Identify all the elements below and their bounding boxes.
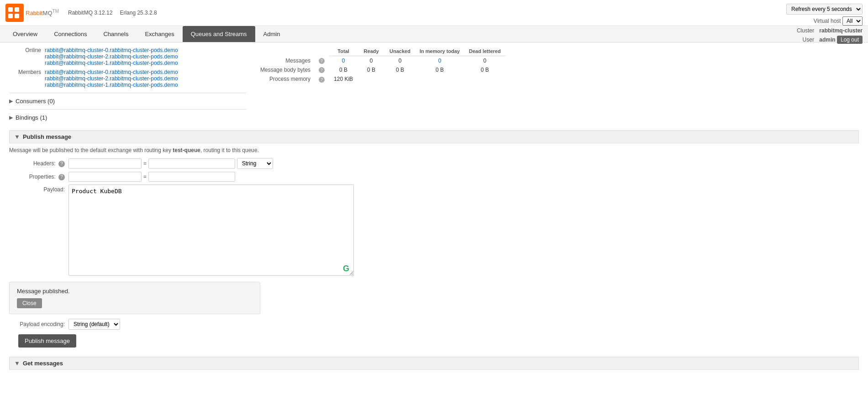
logo-text: RabbitMQTM	[26, 9, 59, 16]
cluster-info-section: Online rabbit@rabbitmq-cluster-0.rabbitm…	[9, 47, 247, 88]
consumers-label: Consumers (0)	[16, 98, 55, 105]
properties-equals: =	[143, 174, 147, 180]
properties-row: Properties: ? =	[9, 172, 859, 182]
payload-textarea[interactable]: Product KubeDB	[68, 184, 354, 276]
logo: RabbitMQTM	[5, 4, 59, 22]
online-nodes: rabbit@rabbitmq-cluster-0.rabbitmq-clust…	[45, 47, 178, 66]
online-node-0[interactable]: rabbit@rabbitmq-cluster-0.rabbitmq-clust…	[45, 47, 178, 53]
headers-row: Headers: ? = String Number Boolean	[9, 158, 859, 169]
left-column: Online rabbit@rabbitmq-cluster-0.rabbitm…	[9, 47, 247, 126]
headers-equals: =	[143, 160, 147, 167]
process-memory-value: 120 KiB	[329, 74, 358, 84]
publish-message-button[interactable]: Publish message	[18, 334, 76, 348]
top-bar: RabbitMQTM RabbitMQ 3.12.12 Erlang 25.3.…	[0, 0, 868, 26]
process-memory-row: Process memory ? 120 KiB	[256, 74, 505, 84]
refresh-select[interactable]: Refresh every 5 seconds	[786, 4, 863, 15]
get-messages-header[interactable]: ▼ Get messages	[9, 357, 859, 370]
messages-ready: 0	[358, 56, 385, 66]
messages-dead-lettered: 0	[464, 56, 505, 66]
payload-container: Product KubeDB G	[68, 184, 354, 277]
online-row: Online rabbit@rabbitmq-cluster-0.rabbitm…	[9, 47, 247, 66]
process-memory-help-icon[interactable]: ?	[319, 77, 325, 83]
properties-key-input[interactable]	[68, 172, 142, 182]
payload-label: Payload:	[9, 184, 68, 193]
members-label: Members	[9, 69, 41, 88]
encoding-row: Payload encoding: String (default) Base6…	[9, 319, 859, 330]
body-bytes-label: Message body bytes	[256, 65, 313, 74]
svg-rect-1	[8, 7, 13, 12]
virtual-host-label: Virtual host	[814, 18, 841, 24]
publish-button-row: Publish message	[9, 334, 859, 348]
properties-help-icon[interactable]: ?	[58, 174, 65, 180]
headers-key-input[interactable]	[68, 158, 142, 169]
get-messages-section: ▼ Get messages	[9, 357, 859, 370]
rabbitmq-logo-icon	[5, 4, 24, 22]
publish-message-section: ▼ Publish message Message will be publis…	[9, 130, 859, 348]
encoding-label: Payload encoding:	[9, 321, 68, 327]
nav-tab-admin[interactable]: Admin	[255, 26, 289, 42]
bindings-header[interactable]: ▶ Bindings (1)	[9, 112, 247, 123]
headers-value-input[interactable]	[148, 158, 235, 169]
online-label: Online	[9, 47, 41, 66]
upper-layout: Online rabbit@rabbitmq-cluster-0.rabbitm…	[9, 47, 859, 126]
header-dead-lettered: Dead lettered	[464, 47, 505, 56]
nav-tab-channels[interactable]: Channels	[95, 26, 137, 42]
cluster-label: Cluster	[797, 27, 814, 34]
body-bytes-unacked: 0 B	[385, 65, 415, 74]
nav-bar: Overview Connections Channels Exchanges …	[0, 26, 868, 42]
svg-rect-0	[5, 4, 24, 22]
messages-unacked: 0	[385, 56, 415, 66]
headers-label: Headers: ?	[9, 160, 68, 167]
properties-label: Properties: ?	[9, 174, 68, 180]
consumers-header[interactable]: ▶ Consumers (0)	[9, 96, 247, 106]
publish-notice-text: Message will be published to the default…	[9, 147, 173, 153]
member-node-1[interactable]: rabbit@rabbitmq-cluster-2.rabbitmq-clust…	[45, 75, 178, 82]
payload-row: Payload: Product KubeDB G	[9, 184, 859, 277]
svg-rect-3	[8, 14, 13, 18]
headers-type-select[interactable]: String Number Boolean	[237, 158, 273, 169]
payload-encoding-select[interactable]: String (default) Base64	[68, 319, 120, 330]
grammarly-icon: G	[343, 264, 349, 274]
publish-notice: Message will be published to the default…	[9, 147, 859, 153]
bindings-label: Bindings (1)	[16, 114, 47, 121]
publish-message-header[interactable]: ▼ Publish message	[9, 130, 859, 143]
messages-total: 0	[329, 56, 358, 66]
member-node-0[interactable]: rabbit@rabbitmq-cluster-0.rabbitmq-clust…	[45, 69, 178, 75]
member-nodes: rabbit@rabbitmq-cluster-0.rabbitmq-clust…	[45, 69, 178, 88]
publish-message-title: Publish message	[23, 133, 71, 140]
svg-rect-2	[15, 7, 19, 12]
svg-rect-4	[15, 14, 19, 18]
top-right-controls: Refresh every 5 seconds Virtual host All…	[786, 4, 863, 44]
online-node-2[interactable]: rabbit@rabbitmq-cluster-1.rabbitmq-clust…	[45, 60, 178, 66]
messages-help-icon[interactable]: ?	[319, 58, 325, 64]
cluster-info: Cluster rabbitmq-cluster	[793, 27, 863, 34]
close-notification-button[interactable]: Close	[17, 298, 42, 308]
body-bytes-help-icon[interactable]: ?	[319, 67, 325, 73]
publish-arrow: ▼	[14, 133, 20, 140]
messages-row: Messages ? 0 0 0 0 0	[256, 56, 505, 66]
user-info: User admin Log out	[799, 36, 863, 44]
nav-tab-exchanges[interactable]: Exchanges	[137, 26, 182, 42]
get-messages-title: Get messages	[23, 360, 63, 367]
cluster-value: rabbitmq-cluster	[819, 27, 863, 34]
properties-value-input[interactable]	[148, 172, 235, 182]
header-unacked: Unacked	[385, 47, 415, 56]
messages-label: Messages	[256, 56, 313, 66]
nav-tab-queues-streams[interactable]: Queues and Streams	[183, 26, 255, 42]
main-content: Online rabbit@rabbitmq-cluster-0.rabbitm…	[0, 42, 868, 378]
messages-in-memory: 0	[415, 56, 464, 66]
virtual-host-select[interactable]: All	[842, 16, 863, 26]
online-node-1[interactable]: rabbit@rabbitmq-cluster-2.rabbitmq-clust…	[45, 53, 178, 60]
nav-tab-overview[interactable]: Overview	[5, 26, 46, 42]
publish-queue-name: test-queue	[173, 147, 200, 153]
headers-help-icon[interactable]: ?	[58, 161, 65, 167]
member-node-2[interactable]: rabbit@rabbitmq-cluster-1.rabbitmq-clust…	[45, 82, 178, 88]
members-row: Members rabbit@rabbitmq-cluster-0.rabbit…	[9, 69, 247, 88]
logout-button[interactable]: Log out	[837, 36, 863, 44]
header-total: Total	[329, 47, 358, 56]
header-ready: Ready	[358, 47, 385, 56]
nav-tab-connections[interactable]: Connections	[46, 26, 95, 42]
body-bytes-in-memory: 0 B	[415, 65, 464, 74]
version-info: RabbitMQ 3.12.12 Erlang 25.3.2.8	[68, 10, 157, 16]
stats-table: Total Ready Unacked In memory today Dead…	[256, 47, 505, 84]
